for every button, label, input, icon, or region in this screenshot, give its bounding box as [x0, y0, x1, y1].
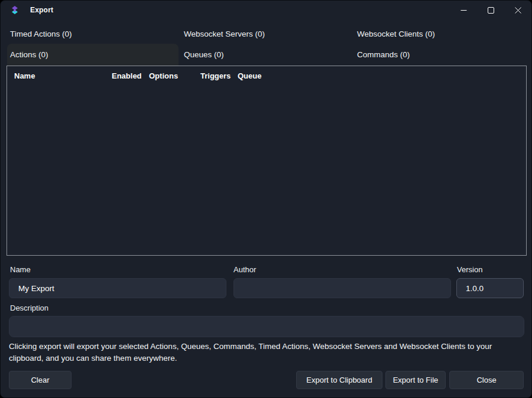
titlebar[interactable]: Export	[1, 1, 531, 19]
version-label: Version	[457, 265, 482, 274]
name-label: Name	[10, 265, 31, 274]
tab-actions[interactable]: Actions (0)	[7, 44, 179, 66]
column-header-queue: Queue	[238, 71, 526, 80]
column-header-options: Options	[149, 71, 200, 80]
version-input[interactable]	[456, 278, 524, 298]
window-title: Export	[30, 1, 53, 19]
author-label: Author	[233, 265, 256, 274]
actions-table: Name Enabled Options Triggers Queue	[7, 66, 527, 256]
column-header-name: Name	[14, 71, 112, 80]
clear-button[interactable]: Clear	[9, 371, 72, 389]
minimize-button[interactable]	[450, 1, 477, 19]
export-to-file-button[interactable]: Export to File	[385, 371, 446, 389]
close-button[interactable]	[504, 1, 531, 19]
description-label: Description	[10, 304, 48, 312]
close-dialog-button[interactable]: Close	[449, 371, 524, 389]
column-header-enabled: Enabled	[112, 71, 149, 80]
export-dialog: Export Timed Actions (0) Websocket Serve…	[0, 0, 532, 398]
window-controls	[450, 1, 531, 19]
tab-queues[interactable]: Queues (0)	[177, 44, 351, 66]
tab-timed-actions[interactable]: Timed Actions (0)	[1, 24, 177, 43]
maximize-button[interactable]	[477, 1, 504, 19]
export-help-text: Clicking export will export your selecte…	[9, 341, 524, 364]
export-to-clipboard-button[interactable]: Export to Clipboard	[296, 371, 382, 389]
maximize-icon	[488, 7, 494, 14]
description-input[interactable]	[9, 316, 524, 337]
table-header: Name Enabled Options Triggers Queue	[7, 66, 526, 80]
tab-websocket-servers[interactable]: Websocket Servers (0)	[177, 24, 351, 43]
app-logo-icon	[10, 5, 20, 15]
column-header-triggers: Triggers	[200, 71, 238, 80]
tab-commands[interactable]: Commands (0)	[351, 44, 527, 66]
minimize-icon	[460, 7, 467, 14]
close-icon	[515, 7, 521, 14]
name-input[interactable]	[9, 278, 226, 298]
tab-websocket-clients[interactable]: Websocket Clients (0)	[351, 24, 527, 43]
author-input[interactable]	[233, 278, 451, 298]
